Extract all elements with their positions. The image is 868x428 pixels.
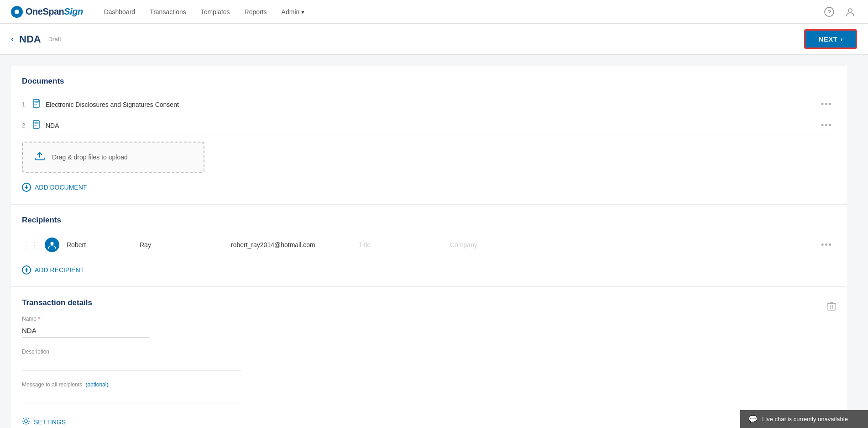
list-item: ⋮⋮ Robert Ray robert_ray2014@hotmail.com…	[22, 233, 836, 257]
doc-menu-2[interactable]: •••	[817, 119, 836, 132]
status-badge: Draft	[48, 36, 61, 42]
add-document-label: ADD DOCUMENT	[35, 184, 87, 191]
documents-section-title: Documents	[22, 77, 836, 86]
doc-name-2: NDA	[46, 122, 817, 129]
name-field-group: Name *	[22, 316, 836, 338]
avatar	[45, 238, 59, 252]
name-input[interactable]	[22, 324, 150, 338]
recipients-section: Recipients ⋮⋮ Robert Ray robert_ray2014@…	[11, 205, 847, 287]
page-header: ‹ NDA Draft NEXT ›	[0, 24, 868, 55]
doc-list: 1 Electronic Disclosures and Signatures …	[22, 94, 836, 136]
drop-zone[interactable]: Drag & drop files to upload	[22, 142, 204, 173]
table-row: 1 Electronic Disclosures and Signatures …	[22, 94, 836, 115]
add-recipient-icon: +	[22, 265, 31, 275]
settings-label: SETTINGS	[34, 418, 66, 426]
live-chat-bar[interactable]: 💬 Live chat is currently unavailable	[740, 410, 868, 428]
nav-icons: ?	[822, 5, 857, 19]
doc-num-2: 2	[22, 122, 33, 129]
doc-icon-1	[33, 99, 41, 110]
nav-dashboard[interactable]: Dashboard	[98, 5, 142, 18]
table-row: 2 NDA •••	[22, 115, 836, 136]
recipient-first-name: Robert	[67, 241, 140, 248]
settings-button[interactable]: SETTINGS	[22, 414, 66, 428]
message-optional: (optional)	[85, 381, 108, 388]
required-indicator: *	[37, 316, 40, 322]
message-label: Message to all recipients (optional)	[22, 381, 836, 388]
nav-transactions[interactable]: Transactions	[143, 5, 193, 18]
recipient-email: robert_ray2014@hotmail.com	[231, 241, 359, 248]
description-input[interactable]	[22, 357, 241, 370]
add-document-icon: +	[22, 183, 31, 192]
logo: OneSpanSign	[11, 6, 83, 18]
description-field-group: Description	[22, 349, 836, 370]
settings-gear-icon	[22, 417, 30, 427]
logo-text: OneSpanSign	[26, 6, 83, 17]
transaction-details-title: Transaction details	[22, 298, 92, 307]
svg-rect-4	[33, 121, 39, 128]
recipient-menu[interactable]: •••	[817, 238, 836, 252]
message-input[interactable]	[22, 390, 241, 403]
add-recipient-label: ADD RECIPIENT	[35, 266, 84, 274]
add-recipient-button[interactable]: + ADD RECIPIENT	[22, 263, 84, 277]
nav-admin-label: Admin	[282, 8, 300, 16]
svg-point-5	[51, 242, 54, 245]
help-icon[interactable]: ?	[822, 5, 836, 19]
svg-point-7	[25, 420, 27, 423]
nav-templates[interactable]: Templates	[194, 5, 236, 18]
recipient-title: Title	[359, 241, 450, 248]
recipient-company: Company	[450, 241, 817, 248]
nav-reports[interactable]: Reports	[238, 5, 273, 18]
svg-point-2	[848, 9, 852, 12]
drag-handle-icon[interactable]: ⋮⋮	[22, 240, 39, 250]
delete-icon[interactable]	[827, 301, 836, 313]
page-title: NDA	[19, 33, 41, 45]
recipient-last-name: Ray	[140, 241, 231, 248]
drop-zone-text: Drag & drop files to upload	[52, 153, 128, 161]
doc-num-1: 1	[22, 101, 33, 108]
transaction-details-section: Transaction details Name * Description M…	[11, 287, 847, 428]
description-label: Description	[22, 349, 836, 355]
doc-icon-2	[33, 120, 41, 131]
next-button[interactable]: NEXT ›	[804, 29, 857, 49]
add-document-button[interactable]: + ADD DOCUMENT	[22, 180, 87, 195]
doc-menu-1[interactable]: •••	[817, 98, 836, 111]
chevron-right-icon: ›	[841, 35, 843, 43]
page-header-left: ‹ NDA Draft	[11, 33, 61, 45]
svg-rect-6	[828, 303, 835, 310]
message-field-group: Message to all recipients (optional)	[22, 381, 836, 403]
main-content: Documents 1 Electronic Disclosures and S…	[0, 55, 858, 428]
chat-icon: 💬	[748, 415, 758, 423]
chevron-down-icon: ▾	[301, 8, 304, 16]
nav-links: Dashboard Transactions Templates Reports…	[98, 5, 822, 18]
nav-admin[interactable]: Admin ▾	[275, 5, 311, 18]
navbar: OneSpanSign Dashboard Transactions Templ…	[0, 0, 868, 24]
upload-icon	[34, 151, 46, 164]
logo-circle-icon	[11, 6, 23, 18]
svg-text:?: ?	[827, 9, 831, 16]
section-header: Transaction details	[22, 298, 836, 316]
recipients-section-title: Recipients	[22, 216, 836, 225]
documents-section: Documents 1 Electronic Disclosures and S…	[11, 66, 847, 204]
logo-sign-text: Sign	[64, 6, 83, 16]
doc-name-1: Electronic Disclosures and Signatures Co…	[46, 101, 817, 108]
back-button[interactable]: ‹	[11, 34, 14, 44]
live-chat-text: Live chat is currently unavailable	[762, 416, 848, 423]
name-label: Name *	[22, 316, 836, 322]
user-icon[interactable]	[843, 5, 857, 19]
